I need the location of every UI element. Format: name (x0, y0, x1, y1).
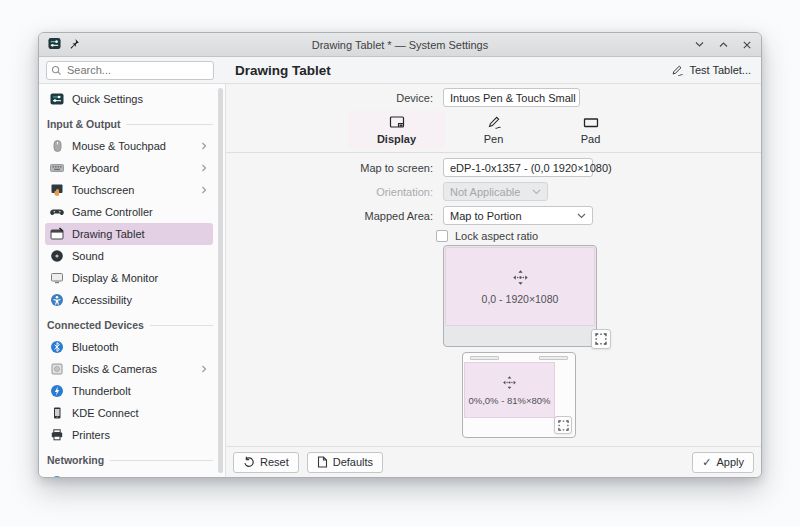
sound-icon (50, 249, 64, 263)
device-label: Device: (226, 92, 433, 104)
titlebar: Drawing Tablet * — System Settings (39, 33, 761, 57)
close-button[interactable] (742, 40, 752, 50)
sidebar-section-connected-devices: Connected Devices (47, 315, 213, 335)
pin-icon[interactable] (68, 36, 80, 54)
display-monitor-icon (50, 271, 64, 285)
system-settings-window: Drawing Tablet * — System Settings Drawi… (38, 32, 762, 478)
screen-mapped-label: 0,0 - 1920×1080 (482, 293, 559, 305)
tab-pad[interactable]: Pad (542, 111, 639, 149)
keyboard-icon (50, 161, 64, 175)
game-controller-icon (50, 205, 64, 219)
sidebar-item-bluetooth[interactable]: Bluetooth (45, 336, 213, 358)
drawing-tablet-icon (50, 227, 64, 241)
minimize-button[interactable] (694, 40, 705, 49)
defaults-button[interactable]: Defaults (307, 452, 383, 473)
undo-icon (243, 456, 255, 468)
mapped-area-select[interactable]: Map to Portion (443, 206, 593, 225)
quick-settings-icon (50, 92, 64, 106)
maximize-button[interactable] (718, 40, 729, 49)
tablet-preview: 0%,0% - 81%×80% (462, 352, 576, 438)
checkmark-icon: ✓ (702, 457, 711, 468)
chevron-down-icon (577, 213, 586, 219)
device-select[interactable]: Intuos Pen & Touch Small (443, 88, 580, 107)
tablet-button-mark (470, 356, 499, 360)
test-tablet-button[interactable]: Test Tablet... (670, 64, 751, 77)
sidebar-item-quick-settings[interactable]: Quick Settings (45, 88, 213, 110)
sidebar-item-printers[interactable]: Printers (45, 424, 213, 446)
sidebar-section-input-output: Input & Output (47, 114, 213, 134)
tablet-mapped-region[interactable]: 0%,0% - 81%×80% (464, 362, 555, 418)
sidebar-item-kde-connect[interactable]: KDE Connect (45, 402, 213, 424)
display-tab-icon (389, 115, 405, 130)
lock-aspect-ratio-checkbox[interactable] (436, 230, 448, 242)
sidebar-item-display-monitor[interactable]: Display & Monitor (45, 267, 213, 289)
chevron-right-icon (200, 365, 208, 373)
footer: Reset Defaults ✓ Apply (226, 446, 761, 477)
tablet-mapped-label: 0%,0% - 81%×80% (468, 395, 550, 406)
resize-selection-icon (595, 333, 607, 345)
apply-button[interactable]: ✓ Apply (692, 452, 754, 473)
screen-resize-button[interactable] (591, 329, 611, 349)
chevron-right-icon (200, 164, 208, 172)
lock-aspect-ratio-label: Lock aspect ratio (455, 230, 538, 242)
printers-icon (50, 428, 64, 442)
sidebar-item-disks-cameras[interactable]: Disks & Cameras (45, 358, 213, 380)
content-pane: Device: Intuos Pen & Touch Small Display… (226, 84, 761, 477)
header: Drawing Tablet Test Tablet... (39, 57, 761, 84)
accessibility-icon (50, 293, 64, 307)
screen-preview: 0,0 - 1920×1080 (443, 245, 597, 347)
tab-separator (226, 152, 761, 153)
sidebar-item-keyboard[interactable]: Keyboard (45, 157, 213, 179)
chevron-right-icon (200, 186, 208, 194)
sidebar-scrollbar[interactable] (218, 88, 223, 473)
sidebar: Quick Settings Input & Output Mouse & To… (39, 84, 226, 477)
sidebar-item-drawing-tablet[interactable]: Drawing Tablet (45, 223, 213, 245)
wifi-icon (50, 475, 64, 477)
app-icon (48, 36, 61, 54)
search-input[interactable] (46, 61, 214, 80)
thunderbolt-icon (50, 384, 64, 398)
tab-display[interactable]: Display (348, 111, 445, 149)
map-to-screen-select[interactable]: eDP-1-0x1357 - (0,0 1920×1080) (443, 158, 593, 177)
sidebar-item-wifi-internet[interactable]: Wi-Fi & Internet (45, 471, 213, 477)
tablet-button-mark (539, 356, 568, 360)
move-icon (512, 269, 529, 286)
orientation-select: Not Applicable (443, 182, 548, 201)
sidebar-item-thunderbolt[interactable]: Thunderbolt (45, 380, 213, 402)
map-to-screen-label: Map to screen: (226, 162, 433, 174)
orientation-label: Orientation: (226, 186, 433, 198)
tablet-resize-button[interactable] (554, 416, 572, 434)
pad-icon (583, 115, 599, 130)
tab-pen[interactable]: Pen (445, 111, 542, 149)
touchscreen-icon (50, 183, 64, 197)
pen-icon (486, 115, 502, 130)
window-title: Drawing Tablet * — System Settings (39, 39, 761, 51)
sidebar-item-mouse-touchpad[interactable]: Mouse & Touchpad (45, 135, 213, 157)
kde-connect-icon (50, 406, 64, 420)
page-title: Drawing Tablet (235, 63, 331, 78)
resize-selection-icon (558, 420, 569, 431)
mapped-area-label: Mapped Area: (226, 210, 433, 222)
move-icon (502, 375, 517, 390)
sidebar-item-touchscreen[interactable]: Touchscreen (45, 179, 213, 201)
search-icon (51, 65, 62, 76)
mouse-icon (50, 139, 64, 153)
chevron-right-icon (200, 142, 208, 150)
bluetooth-icon (50, 340, 64, 354)
chevron-down-icon (532, 189, 541, 195)
sidebar-item-accessibility[interactable]: Accessibility (45, 289, 213, 311)
sidebar-item-sound[interactable]: Sound (45, 245, 213, 267)
sidebar-section-networking: Networking (47, 450, 213, 470)
reset-button[interactable]: Reset (233, 452, 299, 473)
pen-icon (670, 64, 684, 77)
tab-bar: Display Pen Pad (226, 111, 761, 149)
screen-mapped-region[interactable]: 0,0 - 1920×1080 (445, 247, 595, 326)
disks-cameras-icon (50, 362, 64, 376)
document-icon (317, 456, 328, 468)
sidebar-item-game-controller[interactable]: Game Controller (45, 201, 213, 223)
